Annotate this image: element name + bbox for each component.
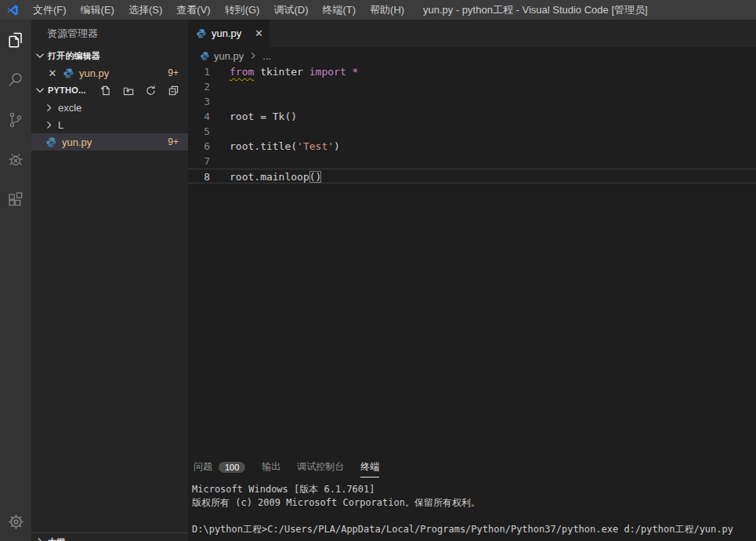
terminal-line: Microsoft Windows [版本 6.1.7601] [192, 483, 756, 496]
search-icon-glyph [6, 71, 25, 89]
chevron-right-icon [248, 50, 259, 61]
folder-section-header[interactable]: PYTHO... [31, 82, 188, 99]
menu-item-4[interactable]: 转到(G) [218, 0, 267, 20]
line-number[interactable]: 7 [188, 154, 210, 169]
code-token: tkinter [260, 66, 303, 78]
extensions-icon[interactable] [0, 180, 31, 220]
line-content[interactable]: root.mainloop() [210, 169, 321, 183]
panel-tab-调试控制台[interactable]: 调试控制台 [297, 460, 344, 477]
menu-item-2[interactable]: 选择(S) [121, 0, 169, 20]
code-line-8[interactable]: 8root.mainloop() [188, 169, 756, 183]
panel-tab-终端[interactable]: 终端 [360, 460, 379, 477]
python-file-icon [196, 28, 207, 39]
file-tree: excleLyun.py9+ [31, 99, 188, 151]
line-number[interactable]: 3 [188, 94, 210, 109]
code-token: 'Test' [297, 140, 334, 152]
source-control-icon[interactable] [0, 100, 31, 140]
code-line-5[interactable]: 5 [188, 124, 756, 139]
code-token: () [309, 171, 322, 183]
line-number[interactable]: 8 [188, 169, 210, 183]
new-folder-icon[interactable] [122, 85, 134, 96]
explorer-icon[interactable] [0, 20, 31, 60]
code-area[interactable]: 1from tkinter import *234root = Tk()56ro… [188, 64, 756, 183]
editor-group: yun.py ✕ yun.py ... 1from tkinter import… [188, 20, 756, 453]
sidebar-explorer: 资源管理器 打开的编辑器 ✕yun.py9+ PYTHO... excleLyu… [31, 20, 188, 541]
code-token: * [353, 66, 359, 78]
folder-section-actions [99, 85, 188, 96]
menu-item-6[interactable]: 终端(T) [315, 0, 363, 20]
line-content[interactable] [210, 94, 230, 109]
panel-tab-label: 输出 [262, 460, 280, 474]
line-content[interactable]: root = Tk() [210, 109, 297, 124]
menu-item-3[interactable]: 查看(V) [169, 0, 217, 20]
panel-tab-问题[interactable]: 问题100 [194, 460, 245, 477]
line-number[interactable]: 4 [188, 109, 210, 124]
collapse-all-icon[interactable] [168, 85, 179, 96]
tab-bar: yun.py ✕ [188, 20, 756, 47]
code-line-3[interactable]: 3 [188, 94, 756, 109]
menu-item-1[interactable]: 编辑(E) [74, 0, 121, 20]
line-content[interactable] [210, 124, 230, 139]
search-icon[interactable] [0, 60, 31, 100]
open-editors-header[interactable]: 打开的编辑器 [31, 47, 188, 64]
terminal-line [192, 510, 756, 523]
tree-item-excle[interactable]: excle [31, 99, 188, 116]
code-token: import [309, 66, 346, 78]
gear-icon[interactable] [0, 505, 31, 538]
bottom-panel: 问题100输出调试控制台终端 Microsoft Windows [版本 6.1… [188, 453, 756, 541]
tree-item-yun.py[interactable]: yun.py9+ [31, 133, 188, 151]
outline-header[interactable]: 大纲 [31, 533, 188, 541]
code-line-1[interactable]: 1from tkinter import * [188, 64, 756, 79]
gear-icon-glyph [6, 512, 26, 532]
chevron-right-icon [43, 102, 55, 114]
code-line-6[interactable]: 6root.title('Test') [188, 139, 756, 154]
title-bar: 文件(F)编辑(E)选择(S)查看(V)转到(G)调试(D)终端(T)帮助(H)… [0, 0, 756, 20]
line-content[interactable] [210, 79, 230, 94]
line-content[interactable]: root.title('Test') [210, 139, 340, 154]
menu-item-5[interactable]: 调试(D) [266, 0, 315, 20]
code-line-2[interactable]: 2 [188, 79, 756, 94]
python-file-icon [45, 136, 57, 148]
tab-close-icon[interactable]: ✕ [255, 27, 263, 39]
line-number[interactable]: 6 [188, 139, 210, 154]
tab-yun-py[interactable]: yun.py ✕ [188, 20, 269, 47]
code-token: root = Tk() [230, 111, 297, 122]
sidebar-title: 资源管理器 [31, 20, 188, 47]
panel-tab-label: 问题 [194, 460, 212, 474]
close-icon[interactable]: ✕ [48, 67, 57, 79]
outline-section[interactable]: 大纲 [31, 532, 188, 541]
line-number[interactable]: 5 [188, 124, 210, 139]
line-content[interactable]: from tkinter import * [210, 64, 358, 79]
code-token: from [230, 66, 254, 78]
tree-item-L[interactable]: L [31, 116, 188, 133]
line-number[interactable]: 2 [188, 79, 210, 94]
terminal[interactable]: Microsoft Windows [版本 6.1.7601]版权所有 (c) … [188, 477, 756, 536]
refresh-icon[interactable] [145, 85, 157, 96]
chevron-right-icon [43, 119, 55, 131]
line-content[interactable] [210, 154, 230, 169]
breadcrumb-tail[interactable]: ... [262, 50, 271, 62]
terminal-line: D:\python工程>C:/Users/PLA/AppData/Local/P… [192, 523, 756, 536]
code-line-7[interactable]: 7 [188, 154, 756, 169]
menu-item-0[interactable]: 文件(F) [26, 0, 74, 20]
code-token: root.mainloop [230, 171, 309, 183]
problems-count-badge: 100 [219, 462, 245, 473]
panel-tab-label: 调试控制台 [297, 460, 344, 474]
panel-tab-label: 终端 [360, 460, 379, 474]
open-editor-item[interactable]: ✕yun.py9+ [31, 64, 188, 82]
panel-tab-输出[interactable]: 输出 [262, 460, 280, 477]
code-token [254, 66, 260, 78]
outline-label: 大纲 [48, 536, 65, 541]
chevron-down-icon [34, 84, 46, 96]
source-control-icon-glyph [6, 111, 25, 129]
python-file-icon [63, 67, 74, 79]
debug-icon[interactable] [0, 140, 31, 180]
line-number[interactable]: 1 [188, 64, 210, 79]
tab-label: yun.py [212, 27, 241, 39]
chevron-down-icon [34, 49, 46, 62]
menu-item-7[interactable]: 帮助(H) [363, 0, 411, 20]
new-file-icon[interactable] [99, 85, 111, 96]
code-line-4[interactable]: 4root = Tk() [188, 109, 756, 124]
tree-item-name: L [58, 119, 63, 131]
breadcrumb-file[interactable]: yun.py [214, 50, 244, 62]
